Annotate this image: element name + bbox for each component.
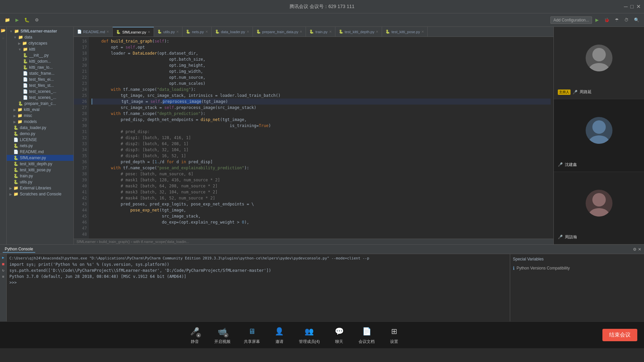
tree-scratches[interactable]: ▶📁Scratches and Console	[7, 191, 73, 197]
search-icon[interactable]: 🔍	[632, 17, 641, 23]
avatar-3	[586, 190, 612, 217]
invite-button[interactable]: 👤 邀请	[273, 325, 285, 345]
tree-readme[interactable]: 📄README.md	[7, 149, 73, 155]
tree-root[interactable]: ▼ 📁 SfMLearner-master	[7, 28, 73, 34]
svg-point-0	[592, 48, 606, 61]
profile-btn[interactable]: ⏱	[622, 17, 631, 23]
tab-data-loader[interactable]: 🐍data_loader.py✕	[212, 27, 253, 37]
tree-test-pose[interactable]: 🐍test_kitti_pose.py	[7, 167, 73, 173]
video-button[interactable]: 📹▲ 开启视频	[214, 325, 230, 345]
project-btn[interactable]: 📁	[3, 17, 12, 23]
svg-point-2	[592, 120, 606, 134]
tree-kitti-raw[interactable]: 🐍kitti_raw_lo...	[7, 64, 73, 70]
favorites-nav-icon[interactable]: ☆	[2, 36, 4, 40]
tree-nets[interactable]: 🐍nets.py	[7, 143, 73, 149]
code-content[interactable]: def build_train_graph(self): opt = self.…	[89, 37, 553, 239]
console-close-btn[interactable]: ✕	[638, 247, 641, 252]
chat-icon: 💬	[333, 325, 345, 338]
tree-test-files-st[interactable]: 📄test_files_st...	[7, 82, 73, 88]
tree-kitti-eval[interactable]: ▶📁kitti_eval	[7, 107, 73, 113]
tree-external-libs[interactable]: ▶📁External Libraries	[7, 185, 73, 191]
tree-utils[interactable]: 🐍utils.py	[7, 179, 73, 185]
minimize-button[interactable]: ─	[624, 3, 628, 10]
console-rerun-icon[interactable]: ↻	[2, 268, 4, 273]
tree-test-files-ei[interactable]: 📄test_files_ei...	[7, 76, 73, 82]
tree-demo[interactable]: 🐍demo.py	[7, 131, 73, 137]
tab-test-pose[interactable]: 🐍test_kitti_pose.py✕	[382, 27, 428, 37]
special-variables-title: Special Variables	[513, 255, 641, 263]
tree-test-scenes-2[interactable]: 📄test_scenes_...	[7, 95, 73, 101]
tree-train[interactable]: 🐍train.py	[7, 173, 73, 179]
settings-button[interactable]: ⊞ 设置	[388, 325, 400, 345]
restore-button[interactable]: □	[630, 3, 634, 10]
tree-prepare-train[interactable]: 🐍prepare_train_c...	[7, 101, 73, 107]
tab-prepare-train[interactable]: 🐍prepare_train_data.py✕	[253, 27, 306, 37]
tab-readme[interactable]: 📄README.md✕	[74, 27, 113, 37]
project-sidebar: ▼ 📁 SfMLearner-master ▼📁data ▶📁cityscape…	[7, 27, 74, 244]
editor-tabs: 📄README.md✕ 🐍SfMLearner.py✕ 🐍utils.py✕ 🐍…	[74, 27, 553, 37]
code-editor[interactable]: 1617181920 2122232425 26272829 303132333…	[74, 37, 553, 239]
participant-video-2: 🎤 沈建鑫	[554, 99, 644, 172]
line-numbers: 1617181920 2122232425 26272829 303132333…	[74, 37, 89, 239]
tree-test-depth[interactable]: 🐍test_kitti_depth.py	[7, 161, 73, 167]
settings-btn[interactable]: ⚙	[33, 17, 41, 23]
console-line-2: sys.path.extend(['D:\\Code\\PyCharmProje…	[9, 267, 507, 274]
debug-btn[interactable]: 🐛	[22, 17, 32, 23]
tab-test-depth[interactable]: 🐍test_kitti_depth.py✕	[335, 27, 382, 37]
tab-nets[interactable]: 🐍nets.py✕	[182, 27, 211, 37]
console-run-icon[interactable]: ▶	[2, 255, 4, 260]
tree-data-folder[interactable]: ▼📁data	[7, 34, 73, 40]
tree-static-frame[interactable]: 📄static_frame...	[7, 70, 73, 76]
add-config-button[interactable]: Add Configuration...	[550, 16, 592, 24]
settings-icon: ⊞	[388, 325, 400, 338]
console-right-panel: Special Variables ℹ Python Versions Comp…	[510, 254, 644, 321]
close-button[interactable]: ✕	[636, 3, 641, 10]
breadcrumb: SfMLearner › build_train_graph() › with …	[74, 239, 553, 244]
console-stop-icon[interactable]: ■	[2, 262, 4, 266]
tree-data-loader[interactable]: 🐍data_loader.py	[7, 125, 73, 131]
tree-sfmlearner[interactable]: 🐍SfMLearner.py	[7, 155, 73, 161]
mute-button[interactable]: 🎤▲ 静音	[189, 325, 201, 345]
right-panel: ◀ 主持人 🎤 周路延 🎤 沈建鑫	[553, 27, 644, 244]
tree-kitti[interactable]: ▼📁kitti	[7, 46, 73, 52]
console-controls: ⚙ ✕	[633, 247, 641, 252]
console-settings-btn[interactable]: ⚙	[633, 247, 637, 252]
editor-area: 📄README.md✕ 🐍SfMLearner.py✕ 🐍utils.py✕ 🐍…	[74, 27, 553, 244]
docs-button[interactable]: 📄 会议文档	[359, 325, 375, 345]
run-btn[interactable]: ▶	[13, 17, 21, 23]
mute-icon: 🎤▲	[189, 325, 201, 338]
tree-misc[interactable]: ▶📁misc	[7, 113, 73, 119]
tree-kitti-odom[interactable]: 🐍kitti_odom...	[7, 58, 73, 64]
tree-cityscapes[interactable]: ▶📁cityscapes	[7, 40, 73, 46]
svg-point-5	[589, 208, 609, 217]
mic-icon-2: 🎤	[558, 162, 563, 167]
coverage-btn[interactable]: ☂	[613, 17, 621, 23]
tree-test-scenes-1[interactable]: 📄test_scenes_...	[7, 88, 73, 95]
project-nav-icon[interactable]: 📂	[1, 28, 6, 33]
tree-init-py[interactable]: 🐍__init__.py	[7, 52, 73, 58]
tree-license[interactable]: 📄LICENSE	[7, 137, 73, 143]
left-nav: 📂 ☆	[0, 27, 7, 244]
run-config-btn[interactable]: ▶	[593, 17, 601, 23]
console-misc-icon[interactable]: ≡	[2, 275, 4, 279]
svg-point-3	[589, 135, 609, 144]
tab-sfmlearner[interactable]: 🐍SfMLearner.py✕	[113, 27, 154, 37]
chat-button[interactable]: 💬 聊天	[333, 325, 345, 345]
info-icon: ℹ	[513, 265, 515, 271]
svg-point-1	[589, 63, 609, 71]
tree-models[interactable]: ▶📁models	[7, 119, 73, 125]
console-output[interactable]: C:\Users\qjh24\Anaconda3\python.exe "D:\…	[7, 254, 510, 321]
editor-main: 📂 ☆ ▼ 📁 SfMLearner-master ▼📁data ▶📁citys…	[0, 27, 644, 244]
mic-icon-3: 🎤	[558, 235, 563, 239]
taskbar-buttons: 🎤▲ 静音 📹▲ 开启视频 🖥 共享屏幕 👤 邀请 👥 管理成员(4) 💬 聊天…	[0, 325, 589, 345]
members-button[interactable]: 👥 管理成员(4)	[299, 325, 320, 345]
share-button[interactable]: 🖥 共享屏幕	[244, 325, 260, 345]
mic-icon-1: 🎤	[573, 90, 578, 95]
tab-train[interactable]: 🐍train.py✕	[306, 27, 335, 37]
end-call-button[interactable]: 结束会议	[602, 329, 637, 341]
console-tab-python[interactable]: Python Console	[3, 246, 35, 253]
participant-name-2: 沈建鑫	[565, 162, 577, 168]
debug-config-btn[interactable]: 🐞	[602, 17, 611, 23]
tab-utils[interactable]: 🐍utils.py✕	[154, 27, 182, 37]
taskbar: 🎤▲ 静音 📹▲ 开启视频 🖥 共享屏幕 👤 邀请 👥 管理成员(4) 💬 聊天…	[0, 321, 644, 348]
